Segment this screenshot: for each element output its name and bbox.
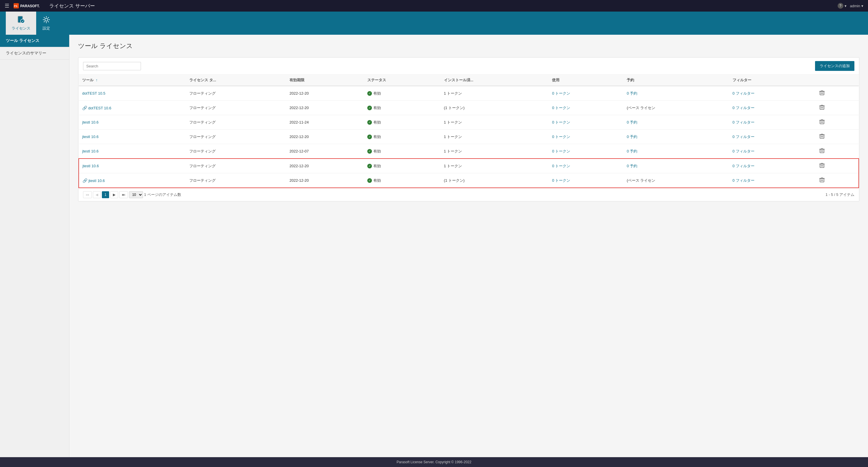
filter-link[interactable]: 0 フィルター: [733, 164, 754, 168]
cell-installed: (1 トークン): [440, 173, 549, 188]
used-link[interactable]: 0 トークン: [552, 105, 570, 110]
filter-link[interactable]: 0 フィルター: [733, 120, 754, 124]
trash-icon: [819, 105, 825, 110]
trash-icon: [819, 177, 825, 183]
cell-status: ✓ 有効: [364, 173, 440, 188]
cell-expiry: 2022-12-20: [286, 101, 364, 115]
used-link[interactable]: 0 トークン: [552, 120, 570, 124]
question-icon: ?: [838, 3, 843, 9]
filter-link[interactable]: 0 フィルター: [733, 149, 754, 153]
filter-link[interactable]: 0 フィルター: [733, 134, 754, 139]
delete-button[interactable]: [818, 132, 826, 141]
used-link[interactable]: 0 トークン: [552, 149, 570, 153]
table-toolbar: ライセンスの追加: [79, 58, 859, 75]
topbar-left: ☰ PS PARASOFT. ライセンス サーバー: [5, 3, 95, 9]
admin-button[interactable]: admin ▾: [850, 4, 863, 8]
sidebar-item-tool-license[interactable]: ツール ライセンス: [0, 35, 69, 47]
hamburger-icon[interactable]: ☰: [5, 3, 9, 9]
cell-expiry: 2022-12-20: [286, 130, 364, 144]
tool-link[interactable]: dotTEST 10.5: [82, 91, 105, 95]
add-license-button[interactable]: ライセンスの追加: [815, 61, 855, 71]
per-page-select[interactable]: 10 25 50: [129, 191, 143, 198]
cell-installed: (1 トークン): [440, 101, 549, 115]
reserved-link[interactable]: 0 予約: [627, 164, 637, 168]
cell-license-type: フローティング: [186, 130, 286, 144]
status-icon: ✓: [367, 120, 372, 125]
cell-expiry: 2022-11-24: [286, 115, 364, 130]
cell-tool: jtestI 10.6: [79, 159, 186, 173]
cell-installed: 1 トークン: [440, 115, 549, 130]
cell-status: ✓ 有効: [364, 159, 440, 173]
delete-button[interactable]: [818, 147, 826, 155]
page-1-button[interactable]: 1: [102, 191, 109, 198]
delete-button[interactable]: [818, 89, 826, 97]
delete-button[interactable]: [818, 103, 826, 112]
cell-expiry: 2022-12-20: [286, 86, 364, 101]
status-icon: ✓: [367, 134, 372, 139]
topbar-right: ? ▾ admin ▾: [838, 3, 863, 9]
cell-tool: dotTEST 10.5: [79, 86, 186, 101]
tool-link[interactable]: jtestI 10.6: [82, 149, 98, 153]
cell-used: 0 トークン: [549, 159, 623, 173]
reserved-link[interactable]: 0 予約: [627, 149, 637, 153]
used-link[interactable]: 0 トークン: [552, 164, 570, 168]
svg-text:PARASOFT.: PARASOFT.: [20, 4, 40, 8]
settings-icon: [42, 15, 51, 24]
filter-link[interactable]: 0 フィルター: [733, 91, 754, 95]
cell-tool: jtestI 10.6: [79, 144, 186, 159]
delete-button[interactable]: [818, 118, 826, 126]
trash-icon: [819, 90, 825, 95]
tool-link[interactable]: jtestI 10.6: [83, 164, 99, 168]
footer-text: Parasoft License Server. Copyright © 199…: [397, 460, 471, 464]
status-icon: ✓: [367, 91, 372, 96]
filter-link[interactable]: 0 フィルター: [733, 105, 754, 110]
reserved-link[interactable]: 0 予約: [627, 134, 637, 139]
svg-point-7: [45, 18, 48, 21]
cell-status: ✓ 有効: [364, 101, 440, 115]
cell-license-type: フローティング: [186, 144, 286, 159]
header-row: ツール ↑ ライセンス タ... 有効期限 ステータス インストール済... 使…: [79, 75, 859, 86]
reserved-link[interactable]: 0 予約: [627, 91, 637, 95]
used-link[interactable]: 0 トークン: [552, 91, 570, 95]
admin-dropdown-arrow: ▾: [861, 4, 863, 8]
cell-used: 0 トークン: [549, 86, 623, 101]
table-container: ライセンスの追加 ツール ↑ ライセンス タ... 有効期限 ステータス インス…: [78, 57, 859, 201]
search-input[interactable]: [83, 62, 141, 70]
cell-used: 0 トークン: [549, 144, 623, 159]
status-icon: ✓: [367, 105, 372, 110]
col-filter: フィルター: [729, 75, 815, 86]
tool-link[interactable]: dotTEST 10.6: [88, 106, 112, 110]
first-page-button[interactable]: ⏮: [83, 191, 92, 198]
cell-action: [815, 173, 859, 188]
reserved-link[interactable]: 0 予約: [627, 120, 637, 124]
svg-rect-37: [821, 149, 823, 149]
prev-page-button[interactable]: ◀: [93, 191, 101, 198]
svg-rect-19: [821, 105, 823, 106]
used-link[interactable]: 0 トークン: [552, 134, 570, 139]
help-button[interactable]: ? ▾: [838, 3, 846, 9]
sidebar-item-license-summary[interactable]: ライセンスのサマリー: [0, 47, 69, 60]
cell-action: [815, 159, 859, 173]
nav-tab-settings[interactable]: 設定: [36, 11, 56, 35]
status-icon: ✓: [367, 149, 372, 154]
tool-link[interactable]: jtestI 10.6: [89, 179, 105, 183]
cell-tool: jtestI 10.6: [79, 130, 186, 144]
last-page-button[interactable]: ⏭: [119, 191, 128, 198]
col-used: 使用: [549, 75, 623, 86]
tool-link[interactable]: jtestI 10.6: [82, 134, 98, 139]
delete-button[interactable]: [818, 176, 826, 185]
nav-tab-license[interactable]: ✓ ライセンス: [6, 11, 36, 35]
cell-license-type: フローティング: [186, 86, 286, 101]
cell-filter: 0 フィルター: [729, 173, 815, 188]
cell-action: [815, 144, 859, 159]
delete-button[interactable]: [818, 162, 826, 170]
filter-link[interactable]: 0 フィルター: [733, 178, 754, 183]
cell-reserved: (ベース ライセン: [623, 173, 729, 188]
tool-link[interactable]: jtestI 10.6: [82, 120, 98, 124]
next-page-button[interactable]: ▶: [110, 191, 118, 198]
licenses-table: ツール ↑ ライセンス タ... 有効期限 ステータス インストール済... 使…: [79, 75, 859, 188]
cell-license-type: フローティング: [186, 159, 286, 173]
cell-installed: 1 トークン: [440, 144, 549, 159]
cell-filter: 0 フィルター: [729, 144, 815, 159]
used-link[interactable]: 0 トークン: [552, 178, 570, 183]
